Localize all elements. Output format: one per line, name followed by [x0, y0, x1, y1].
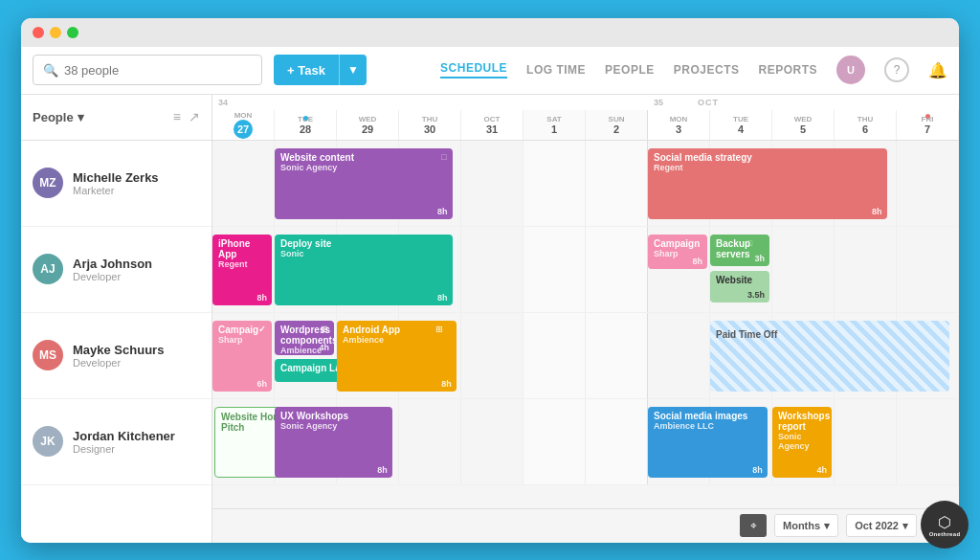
header-icons: ≡ ↗ [173, 109, 200, 124]
person-info-arja: Arja Johnson Developer [73, 257, 152, 282]
week34-label: 34 [218, 98, 228, 107]
day-header-thu2: THU 6 [835, 110, 897, 140]
search-input[interactable] [64, 63, 252, 78]
calendar-header: 34 MON 27 TUE 28 WED [212, 95, 959, 141]
person-role: Designer [73, 443, 175, 455]
person-row: AJ Arja Johnson Developer [21, 227, 212, 313]
day-header-tue: TUE 28 [275, 110, 337, 140]
people-label: People [33, 110, 74, 124]
titlebar [21, 18, 959, 47]
calendar-body: Website content Sonic Agency 8h □ [212, 141, 959, 508]
person-name: Arja Johnson [73, 257, 152, 271]
nav-links: SCHEDULE LOG TIME PEOPLE PROJECTS REPORT… [440, 56, 947, 84]
nav-log-time[interactable]: LOG TIME [526, 63, 586, 77]
person-row: MZ Michelle Zerks Marketer [21, 141, 212, 227]
day-header-sun: SUN 2 [586, 110, 648, 140]
person-info-michelle: Michelle Zerks Marketer [73, 170, 159, 196]
task-button-group: + Task ▼ [274, 55, 367, 85]
avatar[interactable]: U [836, 56, 865, 84]
day-header-mon2: MON 3 [648, 110, 710, 140]
week34-group: 34 MON 27 TUE 28 WED [212, 95, 648, 140]
red-dot-icon [925, 114, 930, 119]
calendar-row-michelle: Website content Sonic Agency 8h □ [212, 141, 959, 227]
day-header-sat: SAT 1 [523, 110, 586, 140]
person-name: Michelle Zerks [73, 170, 159, 185]
avatar-jordan: JK [33, 426, 63, 457]
person-role: Developer [73, 271, 152, 282]
person-row: JK Jordan Kitchener Designer [21, 399, 212, 485]
nav-schedule[interactable]: SCHEDULE [440, 61, 507, 78]
today-indicator: 27 [234, 120, 253, 139]
nav-reports[interactable]: REPORTS [758, 63, 817, 77]
avatar-arja: AJ [33, 254, 63, 284]
calendar-grid: 34 MON 27 TUE 28 WED [212, 95, 959, 543]
close-button[interactable] [33, 27, 44, 38]
event-paid-time-off[interactable]: Paid Time Off [710, 321, 949, 392]
chevron-down-icon: ▾ [78, 110, 84, 124]
cursor-tool-button[interactable]: ⌖ [740, 514, 767, 537]
left-panel: People ▾ ≡ ↗ MZ Michelle Zerks Marketer … [21, 95, 212, 543]
event-wordpress[interactable]: Wordpress components Ambience LLC 4h ⊞ [275, 321, 334, 355]
nav-people[interactable]: PEOPLE [605, 63, 655, 77]
search-icon: 🔍 [43, 63, 58, 78]
calendar-row-arja: iPhone App Regent 8h Deploy site Sonic 8… [212, 227, 959, 313]
event-android-app[interactable]: Android App Ambience 8h ⊞ [337, 321, 457, 392]
search-box[interactable]: 🔍 [33, 55, 262, 85]
maximize-button[interactable] [67, 27, 78, 38]
add-task-button[interactable]: + Task [274, 55, 339, 85]
event-social-media-images[interactable]: Social media images Ambience LLC 8h [648, 407, 768, 478]
people-dropdown[interactable]: People ▾ [33, 110, 84, 124]
day-header-fri2: FRI 7 [897, 110, 959, 140]
person-role: Marketer [73, 185, 159, 196]
day-header-wed2: WED 5 [772, 110, 835, 140]
months-dropdown[interactable]: Months ▾ [774, 514, 838, 537]
event-ux-workshops[interactable]: UX Workshops Sonic Agency 8h [275, 407, 392, 478]
date-picker[interactable]: Oct 2022 ▾ [846, 514, 917, 537]
bottom-bar: ⌖ Months ▾ Oct 2022 ▾ ‹ [212, 508, 959, 543]
avatar-mayke: MS [33, 340, 63, 370]
person-info-jordan: Jordan Kitchener Designer [73, 429, 175, 455]
person-name: Mayke Schuurs [73, 343, 164, 357]
notification-bell-icon[interactable]: 🔔 [928, 61, 947, 79]
app-window: 🔍 + Task ▼ SCHEDULE LOG TIME PEOPLE PROJ… [21, 18, 959, 543]
person-info-mayke: Mayke Schuurs Developer [73, 343, 164, 369]
toolbar: 🔍 + Task ▼ SCHEDULE LOG TIME PEOPLE PROJ… [21, 47, 959, 95]
onethread-icon: ⬡ [938, 513, 951, 531]
left-header: People ▾ ≡ ↗ [21, 95, 212, 141]
day-header-mon: MON 27 [212, 110, 275, 140]
onethread-logo[interactable]: ⬡ Onethread [921, 501, 969, 549]
week35-group: 35 OCT MON 3 TUE 4 WED [648, 95, 959, 140]
event-social-media-strategy[interactable]: Social media strategy Regent 8h [648, 148, 887, 219]
event-iphone-app[interactable]: iPhone App Regent 8h [212, 235, 272, 305]
day-header-tue2: TUE 4 [710, 110, 772, 140]
event-deploy-site[interactable]: Deploy site Sonic 8h [275, 235, 453, 305]
event-website[interactable]: Website 3.5h [710, 271, 769, 302]
today-dot [303, 116, 308, 121]
task-dropdown-button[interactable]: ▼ [339, 55, 367, 85]
person-name: Jordan Kitchener [73, 429, 175, 443]
calendar-row-jordan: Website Homepage Pitch 7h UX Workshops S… [212, 399, 959, 485]
person-row: MS Mayke Schuurs Developer [21, 313, 212, 399]
event-workshops-report[interactable]: Workshops report Sonic Agency 4h [772, 407, 832, 478]
week35-label: 35 [654, 98, 663, 107]
onethread-brand: Onethread [929, 531, 961, 537]
nav-projects[interactable]: PROJECTS [674, 63, 740, 77]
help-button[interactable]: ? [884, 57, 909, 82]
day-header-thu: THU 30 [399, 110, 461, 140]
person-role: Developer [73, 357, 164, 369]
calendar-area: People ▾ ≡ ↗ MZ Michelle Zerks Marketer … [21, 95, 959, 543]
event-website-content[interactable]: Website content Sonic Agency 8h □ [275, 148, 453, 219]
day-header-fri: OCT 31 [461, 110, 523, 140]
event-backup-servers[interactable]: Backup servers 3h □ [710, 235, 769, 266]
list-icon[interactable]: ≡ [173, 109, 181, 124]
export-icon[interactable]: ↗ [189, 109, 200, 124]
calendar-row-mayke: Campaig Sharp 6h ✓ Wordpress components … [212, 313, 959, 399]
event-campaign-sharp[interactable]: Campaign Sharp 8h [648, 235, 707, 269]
day-header-wed: WED 29 [337, 110, 399, 140]
avatar-michelle: MZ [33, 168, 63, 198]
event-campaig-sharp[interactable]: Campaig Sharp 6h ✓ [212, 321, 272, 392]
minimize-button[interactable] [50, 27, 61, 38]
traffic-lights [33, 27, 78, 38]
